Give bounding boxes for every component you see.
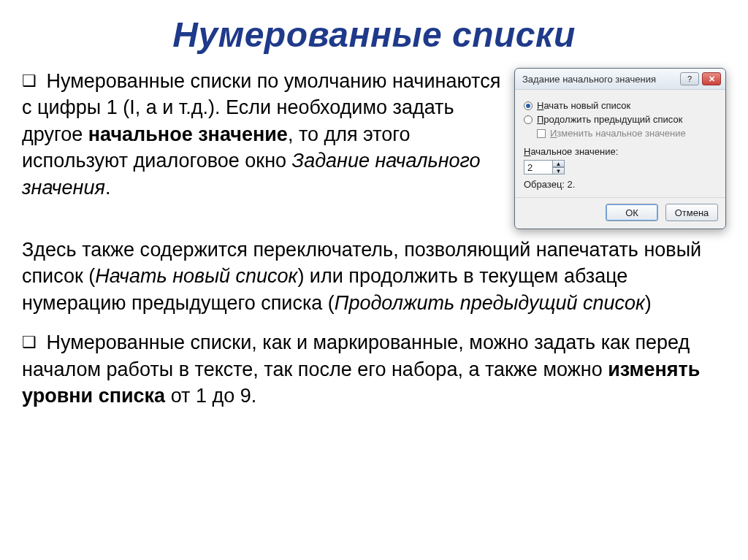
radio-continue[interactable]: Продолжить предыдущий список (524, 114, 717, 125)
checkbox-change-start-label: Изменить начальное значение (550, 128, 686, 139)
spinner-down-button[interactable]: ▼ (553, 167, 565, 174)
start-value-spinner[interactable]: 2 ▲ ▼ (524, 160, 568, 174)
radio-continue-label: Продолжить предыдущий список (537, 114, 682, 125)
para2-italic-1: Начать новый список (95, 265, 297, 287)
chevron-down-icon: ▼ (556, 168, 562, 174)
help-button[interactable]: ? (680, 72, 699, 85)
para1-text-3: . (105, 177, 111, 199)
radio-start-new-label: Начать новый список (537, 100, 630, 111)
dialog-title: Задание начального значения (522, 74, 656, 85)
para2-text-3: ) (645, 292, 652, 314)
checkbox-icon (537, 129, 546, 138)
start-value-label: Начальное значение: (524, 146, 717, 157)
para3-text-1: Нумерованные списки, как и маркированные… (22, 331, 690, 380)
bullet-icon: ❑ (22, 72, 37, 90)
checkbox-change-start: Изменить начальное значение (537, 128, 717, 139)
spinner-up-button[interactable]: ▲ (553, 160, 565, 167)
close-icon: ✕ (709, 75, 715, 83)
radio-icon (524, 115, 533, 124)
sample-label: Образец: 2. (524, 179, 717, 190)
start-value-input[interactable]: 2 (524, 160, 553, 174)
paragraph-2: Здесь также содержится переключатель, по… (22, 237, 726, 316)
cancel-button[interactable]: Отмена (665, 204, 718, 221)
bullet-icon: ❑ (22, 333, 37, 351)
para1-bold: начальное значение (88, 123, 288, 145)
ok-button[interactable]: ОК (606, 204, 658, 221)
slide-title: Нумерованные списки (0, 15, 748, 55)
slide-content: ❑ Нумерованные списки по умолчанию начин… (0, 68, 748, 410)
close-button[interactable]: ✕ (702, 72, 721, 85)
help-icon: ? (687, 75, 692, 83)
para2-italic-2: Продолжить предыдущий список (335, 292, 645, 314)
chevron-up-icon: ▲ (556, 161, 562, 167)
radio-icon-checked (524, 101, 533, 110)
dialog-titlebar[interactable]: Задание начального значения ? ✕ (515, 69, 725, 90)
para3-text-2: от 1 до 9. (165, 385, 256, 407)
paragraph-3: ❑ Нумерованные списки, как и маркированн… (22, 329, 726, 409)
dialog-window: Задание начального значения ? ✕ Начать н… (514, 68, 726, 229)
paragraph-1: ❑ Нумерованные списки по умолчанию начин… (22, 68, 501, 201)
radio-start-new[interactable]: Начать новый список (524, 100, 717, 111)
